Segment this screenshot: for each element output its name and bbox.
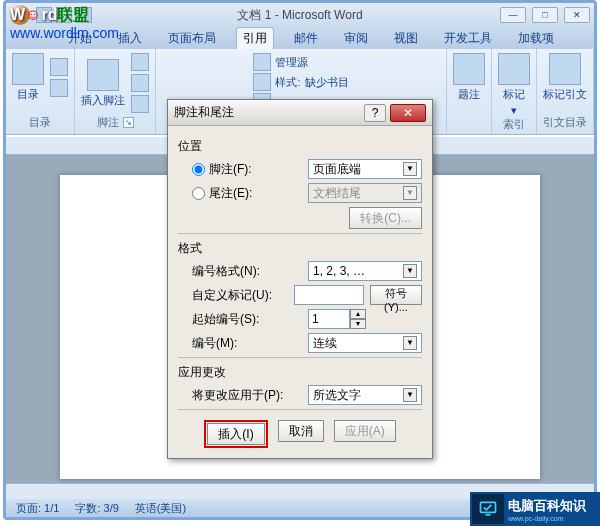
- section-format: 格式: [178, 240, 422, 257]
- endnote-radio[interactable]: [192, 187, 205, 200]
- section-location: 位置: [178, 138, 422, 155]
- custom-mark-input[interactable]: [294, 285, 364, 305]
- numfmt-label: 编号格式(N):: [192, 263, 302, 280]
- mark-citation-button[interactable]: 标记引文: [543, 53, 587, 102]
- toc-group-label: 目录: [29, 115, 51, 130]
- tab-review[interactable]: 审阅: [338, 28, 374, 49]
- status-page[interactable]: 页面: 1/1: [16, 501, 59, 516]
- next-footnote-icon[interactable]: [131, 74, 149, 92]
- close-button[interactable]: ✕: [564, 7, 590, 23]
- dialog-close-button[interactable]: ✕: [390, 104, 426, 122]
- insert-button[interactable]: 插入(I): [207, 423, 264, 445]
- tab-references[interactable]: 引用: [236, 27, 274, 49]
- caption-icon: [453, 53, 485, 85]
- add-text-icon[interactable]: [50, 58, 68, 76]
- numbering-select[interactable]: 连续▼: [308, 333, 422, 353]
- apply-button: 应用(A): [334, 420, 396, 442]
- symbol-button[interactable]: 符号(Y)...: [370, 285, 422, 305]
- watermark-url: www.wordlm.com: [10, 25, 119, 41]
- word-window: W☺rd联盟 www.wordlm.com 文档 1 - Microsoft W…: [3, 0, 597, 520]
- dialog-help-button[interactable]: ?: [364, 104, 386, 122]
- footnote-dialog-launcher[interactable]: ↘: [123, 117, 134, 128]
- numbering-label: 编号(M):: [192, 335, 302, 352]
- toa-group-label: 引文目录: [543, 115, 587, 130]
- convert-button: 转换(C)...: [349, 207, 422, 229]
- chevron-down-icon: ▼: [403, 186, 417, 200]
- apply-to-select[interactable]: 所选文字▼: [308, 385, 422, 405]
- toc-button[interactable]: 目录: [12, 53, 44, 102]
- maximize-button[interactable]: □: [532, 7, 558, 23]
- toc-icon: [12, 53, 44, 85]
- insert-endnote-icon[interactable]: [131, 53, 149, 71]
- footnote-endnote-dialog: 脚注和尾注 ? ✕ 位置 脚注(F): 页面底端▼ 尾注(E): 文档结尾▼ 转…: [167, 99, 433, 459]
- status-lang[interactable]: 英语(美国): [135, 501, 186, 516]
- mark-icon: [498, 53, 530, 85]
- show-notes-icon[interactable]: [131, 95, 149, 113]
- title-bar: 文档 1 - Microsoft Word — □ ✕: [6, 3, 594, 27]
- insert-footnote-button[interactable]: 插入脚注: [81, 59, 125, 108]
- tab-mail[interactable]: 邮件: [288, 28, 324, 49]
- chevron-down-icon[interactable]: ▼: [403, 264, 417, 278]
- tab-addins[interactable]: 加载项: [512, 28, 560, 49]
- endnote-location-select: 文档结尾▼: [308, 183, 422, 203]
- spinner-down[interactable]: ▼: [350, 319, 366, 329]
- cancel-button[interactable]: 取消: [278, 420, 324, 442]
- tab-developer[interactable]: 开发工具: [438, 28, 498, 49]
- chevron-down-icon[interactable]: ▼: [403, 388, 417, 402]
- start-number-label: 起始编号(S):: [192, 311, 302, 328]
- svg-rect-1: [486, 514, 491, 516]
- dialog-titlebar[interactable]: 脚注和尾注 ? ✕: [168, 100, 432, 126]
- endnote-radio-label[interactable]: 尾注(E):: [192, 185, 302, 202]
- footnote-location-select[interactable]: 页面底端▼: [308, 159, 422, 179]
- chevron-down-icon[interactable]: ▼: [403, 162, 417, 176]
- status-words[interactable]: 字数: 3/9: [75, 501, 118, 516]
- mark-citation-icon: [549, 53, 581, 85]
- footnote-icon: [87, 59, 119, 91]
- window-title: 文档 1 - Microsoft Word: [237, 7, 362, 24]
- start-number-spinner[interactable]: ▲▼: [308, 309, 368, 329]
- monitor-icon: [472, 494, 504, 524]
- footnote-radio[interactable]: [192, 163, 205, 176]
- footnote-radio-label[interactable]: 脚注(F):: [192, 161, 302, 178]
- manage-source-icon[interactable]: [253, 53, 271, 71]
- tab-layout[interactable]: 页面布局: [162, 28, 222, 49]
- start-number-input[interactable]: [308, 309, 350, 329]
- spinner-up[interactable]: ▲: [350, 309, 366, 319]
- section-apply: 应用更改: [178, 364, 422, 381]
- dialog-title: 脚注和尾注: [174, 104, 364, 121]
- custom-mark-label: 自定义标记(U):: [192, 287, 288, 304]
- chevron-down-icon[interactable]: ▼: [403, 336, 417, 350]
- style-icon[interactable]: [253, 73, 271, 91]
- index-group-label: 索引: [503, 117, 525, 132]
- tab-view[interactable]: 视图: [388, 28, 424, 49]
- apply-to-label: 将更改应用于(P):: [192, 387, 302, 404]
- update-toc-icon[interactable]: [50, 79, 68, 97]
- minimize-button[interactable]: —: [500, 7, 526, 23]
- badge-url: www.pc-daily.com: [508, 515, 586, 522]
- site-badge: 电脑百科知识 www.pc-daily.com: [470, 492, 600, 526]
- badge-title: 电脑百科知识: [508, 497, 586, 515]
- number-format-select[interactable]: 1, 2, 3, …▼: [308, 261, 422, 281]
- footnote-group-label: 脚注: [97, 115, 119, 130]
- watermark-logo: W☺rd联盟: [10, 5, 89, 26]
- caption-button[interactable]: 题注: [453, 53, 485, 102]
- mark-entry-button[interactable]: 标记▾: [498, 53, 530, 117]
